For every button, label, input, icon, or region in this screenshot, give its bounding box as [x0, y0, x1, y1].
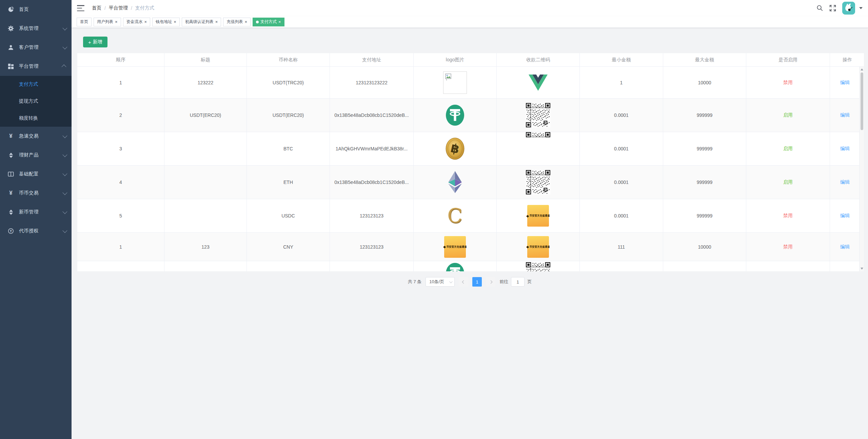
cell-qrcode — [497, 99, 580, 132]
sidebar-item-base-config[interactable]: 基础配置 — [0, 165, 72, 184]
cell-max: 999999 — [663, 199, 746, 232]
vue-logo — [529, 75, 548, 91]
edit-button[interactable]: 编辑 — [840, 244, 850, 250]
cell-min: 0.0001 — [580, 166, 663, 199]
broken-image-icon — [443, 71, 467, 94]
pagination: 共 7 条 10条/页 1 前往 页 — [77, 277, 862, 287]
sidebar-item-coin-trade[interactable]: ¥ 币币交易 — [0, 184, 72, 203]
tag-user-list[interactable]: 用户列表 × — [94, 18, 121, 26]
caret-down-icon[interactable] — [859, 7, 863, 9]
tether-logo — [446, 105, 464, 126]
close-icon[interactable]: × — [215, 20, 218, 24]
close-icon[interactable]: × — [115, 20, 118, 24]
scroll-up-icon[interactable] — [861, 68, 863, 70]
column-header: 是否启用 — [746, 53, 830, 66]
tag-fund-flow[interactable]: 资金流水 × — [123, 18, 151, 26]
tag-wallet-address[interactable]: 钱包地址 × — [152, 18, 180, 26]
cell-title — [164, 166, 247, 199]
breadcrumb-separator: / — [131, 5, 132, 11]
edit-button[interactable]: 编辑 — [840, 112, 850, 118]
sidebar-item-new-coin[interactable]: 新币管理 — [0, 203, 72, 222]
submenu-item-label: 额度转换 — [19, 115, 38, 121]
sidebar-item-platform[interactable]: 平台管理 — [0, 57, 72, 76]
cell-min: 0.0001 — [580, 199, 663, 232]
cell-min: 1 — [580, 67, 663, 98]
sidebar-item-label: 新币管理 — [19, 209, 63, 215]
breadcrumb-platform[interactable]: 平台管理 — [109, 5, 128, 11]
add-button-label: 新增 — [93, 39, 102, 45]
tag-home[interactable]: 首页 — [77, 18, 92, 26]
tag-recharge-list[interactable]: 充值列表 × — [223, 18, 251, 26]
table-row: 4 ETH 0x13B5e48aDcb08cb1C1520deB... 0.00… — [77, 166, 859, 199]
sidebar-item-home[interactable]: 首页 — [0, 0, 72, 19]
close-icon[interactable]: × — [278, 20, 281, 24]
search-icon[interactable] — [816, 5, 823, 12]
cell-order: 5 — [77, 199, 164, 232]
edit-button[interactable]: 编辑 — [840, 80, 850, 86]
tag-label: 充值列表 — [226, 19, 243, 25]
breadcrumb-home[interactable]: 首页 — [92, 5, 101, 11]
status-badge: 启用 — [746, 132, 830, 165]
scroll-down-icon[interactable] — [861, 268, 863, 270]
sidebar-item-quota-convert[interactable]: 额度转换 — [0, 110, 72, 127]
cell-logo — [414, 67, 497, 98]
cell-max: 999999 — [663, 166, 746, 199]
add-button[interactable]: + 新增 — [83, 37, 107, 47]
table-scrollbar[interactable] — [859, 67, 864, 271]
qr-code-partial — [526, 132, 550, 138]
active-dot-icon — [256, 21, 259, 23]
qr-code — [526, 103, 550, 127]
gold-banner-image: ◆ 币安官方充值通道 — [527, 236, 549, 258]
table-row: 1 123222 USDT(TRC20) 123123123222 1 1000… — [77, 67, 859, 99]
page-number-1[interactable]: 1 — [472, 277, 482, 287]
edit-button[interactable]: 编辑 — [840, 146, 850, 152]
edit-button[interactable]: 编辑 — [840, 179, 850, 185]
content: + 新增 顺序 标题 币种名称 支付地址 logo图片 收款二维码 最小金额 最… — [72, 28, 868, 287]
status-badge: 禁用 — [746, 199, 830, 232]
fullscreen-icon[interactable] — [829, 5, 836, 12]
column-header: 最小金额 — [580, 53, 663, 66]
yen-icon: ¥ — [7, 133, 14, 140]
cell-logo — [414, 132, 497, 165]
cell-title: 123222 — [164, 67, 247, 98]
hamburger-icon[interactable] — [77, 5, 84, 11]
cell-title: 123 — [164, 233, 247, 261]
next-page-button[interactable] — [486, 277, 495, 287]
tag-payment-method[interactable]: 支付方式 × — [253, 18, 284, 26]
sidebar-item-token-auth[interactable]: T 代币授权 — [0, 222, 72, 241]
avatar[interactable] — [842, 2, 855, 15]
cell-qrcode — [497, 67, 580, 98]
goto-page-input[interactable] — [511, 277, 525, 287]
cell-max: 999999 — [663, 132, 746, 165]
close-icon[interactable]: × — [144, 20, 147, 24]
tag-label: 资金流水 — [126, 19, 143, 25]
tag-kyc-list[interactable]: 初高级认证列表 × — [182, 18, 221, 26]
prev-page-button[interactable] — [459, 277, 468, 287]
qr-code-partial — [526, 262, 550, 271]
close-icon[interactable]: × — [174, 20, 176, 24]
sidebar-item-label: 系统管理 — [19, 25, 63, 32]
cell-coin: USDT(ERC20) — [247, 99, 330, 132]
status-badge: 启用 — [746, 99, 830, 132]
diamond-icon: ◆ — [526, 245, 529, 249]
chevron-down-icon — [62, 152, 67, 157]
edit-button[interactable]: 编辑 — [840, 213, 850, 219]
sidebar-item-payment-method[interactable]: 支付方式 — [0, 76, 72, 93]
sidebar-item-withdraw-method[interactable]: 提现方式 — [0, 93, 72, 110]
status-badge: 启用 — [746, 166, 830, 199]
column-header: 支付地址 — [330, 53, 414, 66]
sidebar-item-system[interactable]: 系统管理 — [0, 19, 72, 38]
page-size-select[interactable]: 10条/页 — [426, 277, 455, 287]
sidebar-item-customers[interactable]: 客户管理 — [0, 38, 72, 57]
table-row: 5 USDC 123123123 C ◆ 币安官方充值通道 0.0001 99 — [77, 199, 859, 233]
page-suffix-label: 页 — [527, 279, 532, 285]
sidebar-item-wealth-products[interactable]: 理财产品 — [0, 146, 72, 165]
banner-text: 币安官方充值通道 — [530, 245, 550, 249]
scrollbar-thumb[interactable] — [861, 72, 863, 130]
close-icon[interactable]: × — [244, 20, 247, 24]
cell-coin: USDC — [247, 199, 330, 232]
cell-logo: ◆ 币安官方充值通道 — [414, 233, 497, 261]
cell-address: 0x13B5e48aDcb08cb1C1520deB... — [330, 166, 414, 199]
sidebar-item-fast-trade[interactable]: ¥ 急速交易 — [0, 127, 72, 146]
chevron-down-icon — [62, 171, 67, 176]
